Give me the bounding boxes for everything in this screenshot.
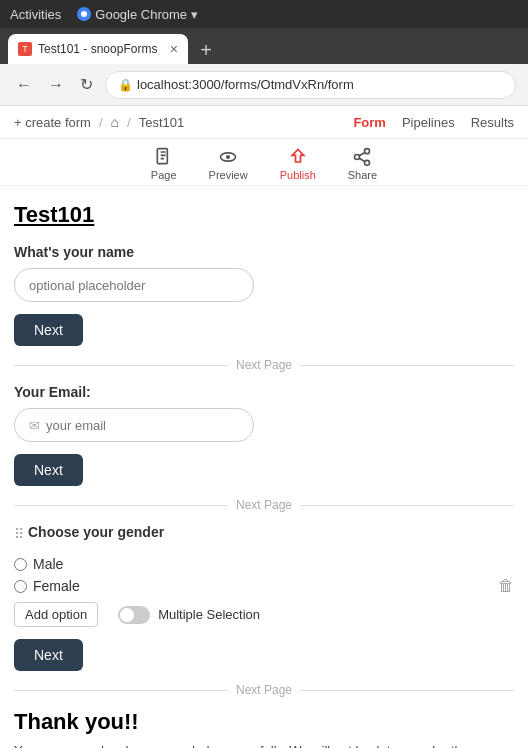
tab-bar: T Test101 - snoopForms × + [0,28,528,64]
svg-point-4 [226,155,230,159]
browser-name: Google Chrome [95,7,187,22]
reload-button[interactable]: ↻ [76,71,97,98]
thankyou-section: Thank you!! Your response has been recor… [14,709,514,748]
gender-controls-row: Add option Multiple Selection [14,602,514,627]
thankyou-message: Your response has been recorded successf… [14,743,514,748]
browser-tab[interactable]: T Test101 - snoopForms × [8,34,188,64]
multiple-selection-label: Multiple Selection [158,607,260,622]
nav-separator2: / [127,115,131,130]
section-handle: ⠿ Choose your gender [14,524,514,548]
question-3: ⠿ Choose your gender Male Female 🗑 Add o… [14,524,514,671]
icon-nav: Page Preview Publish Share [0,139,528,186]
app-nav: + create form / ⌂ / Test101 Form Pipelin… [0,106,528,139]
os-bar: Activities Google Chrome ▾ [0,0,528,28]
page-icon [154,147,174,167]
tab-pipelines[interactable]: Pipelines [402,115,455,130]
share-icon [352,147,372,167]
multiple-selection-toggle[interactable] [118,606,150,624]
eye-icon [218,147,238,167]
radio-male-label: Male [33,556,63,572]
next-button-1[interactable]: Next [14,314,83,346]
nav-publish[interactable]: Publish [280,147,316,181]
svg-point-6 [355,155,360,160]
back-button[interactable]: ← [12,72,36,98]
chrome-icon [77,7,91,21]
delete-option-icon[interactable]: 🗑 [498,577,514,595]
new-tab-button[interactable]: + [192,36,220,64]
radio-female[interactable] [14,580,27,593]
nav-preview[interactable]: Preview [209,147,248,181]
svg-point-7 [365,160,370,165]
email-icon: ✉ [29,418,40,433]
url-bar[interactable]: 🔒 localhost:3000/forms/OtmdVxRn/form [105,71,516,99]
main-content: Test101 What's your name Next Next Page … [0,186,528,748]
dropdown-icon[interactable]: ▾ [191,7,198,22]
svg-rect-2 [157,149,167,164]
nav-share[interactable]: Share [348,147,377,181]
next-button-3[interactable]: Next [14,639,83,671]
question-1-label: What's your name [14,244,514,260]
home-icon[interactable]: ⌂ [111,114,119,130]
question-1: What's your name Next [14,244,514,346]
next-page-divider-2: Next Page [14,498,514,512]
drag-handle-icon[interactable]: ⠿ [14,526,24,542]
url-text: localhost:3000/forms/OtmdVxRn/form [137,77,354,92]
address-bar: ← → ↻ 🔒 localhost:3000/forms/OtmdVxRn/fo… [0,64,528,106]
multiple-selection-row: Multiple Selection [118,606,260,624]
tab-favicon: T [18,42,32,56]
next-page-divider-1: Next Page [14,358,514,372]
radio-female-label: Female [33,578,80,594]
publish-icon [288,147,308,167]
tab-form[interactable]: Form [353,115,386,130]
activities-label[interactable]: Activities [10,7,61,22]
form-title: Test101 [14,202,514,228]
create-form-link[interactable]: + create form [14,115,91,130]
email-input[interactable] [46,418,239,433]
svg-line-8 [360,158,366,161]
next-page-divider-3: Next Page [14,683,514,697]
add-option-button[interactable]: Add option [14,602,98,627]
question-2-label: Your Email: [14,384,514,400]
svg-point-5 [365,149,370,154]
lock-icon: 🔒 [118,78,133,92]
toggle-thumb [120,608,134,622]
nav-page[interactable]: Page [151,147,177,181]
question-2: Your Email: ✉ Next [14,384,514,486]
email-input-wrapper[interactable]: ✉ [14,408,254,442]
next-button-2[interactable]: Next [14,454,83,486]
radio-group-gender: Male Female 🗑 [14,556,514,594]
svg-line-9 [360,152,366,155]
name-input[interactable] [14,268,254,302]
tab-title: Test101 - snoopForms [38,42,157,56]
question-3-label: Choose your gender [28,524,164,540]
thankyou-title: Thank you!! [14,709,514,735]
forward-button[interactable]: → [44,72,68,98]
radio-item-male: Male [14,556,514,572]
radio-male[interactable] [14,558,27,571]
tab-results[interactable]: Results [471,115,514,130]
svg-point-1 [81,11,87,17]
tab-close-button[interactable]: × [170,41,178,57]
radio-item-female: Female 🗑 [14,578,514,594]
breadcrumb-test101: Test101 [139,115,185,130]
nav-separator: / [99,115,103,130]
